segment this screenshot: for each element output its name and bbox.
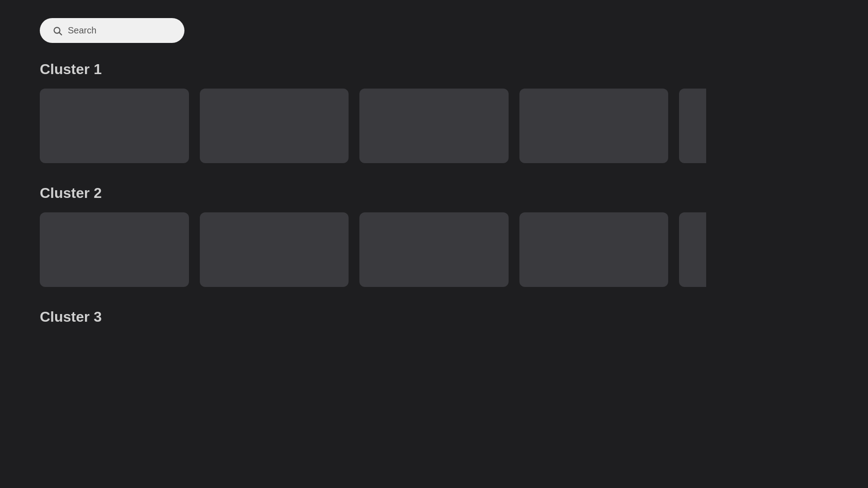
- cluster-2-section: Cluster 2: [40, 185, 828, 287]
- cluster-1-title: Cluster 1: [40, 61, 828, 78]
- cluster-1-card-4[interactable]: [519, 89, 669, 163]
- cluster-3-section: Cluster 3: [40, 309, 828, 325]
- page-container: Search Cluster 1 Cluster 2 Cluster 3: [0, 0, 868, 365]
- svg-line-1: [59, 33, 61, 35]
- cluster-2-card-3[interactable]: [359, 212, 509, 287]
- cluster-2-grid: [40, 212, 828, 287]
- cluster-2-card-1[interactable]: [40, 212, 189, 287]
- cluster-1-card-3[interactable]: [359, 89, 509, 163]
- cluster-1-grid: [40, 89, 828, 163]
- search-icon: [52, 26, 62, 36]
- cluster-1-card-5-partial[interactable]: [679, 89, 706, 163]
- search-placeholder: Search: [68, 25, 96, 36]
- cluster-3-title: Cluster 3: [40, 309, 828, 325]
- cluster-2-card-5-partial[interactable]: [679, 212, 706, 287]
- cluster-1-section: Cluster 1: [40, 61, 828, 163]
- cluster-2-title: Cluster 2: [40, 185, 828, 202]
- cluster-1-card-1[interactable]: [40, 89, 189, 163]
- cluster-2-card-2[interactable]: [200, 212, 349, 287]
- cluster-1-card-2[interactable]: [200, 89, 349, 163]
- search-bar-wrapper: Search: [40, 18, 828, 43]
- cluster-2-card-4[interactable]: [519, 212, 669, 287]
- search-bar[interactable]: Search: [40, 18, 184, 43]
